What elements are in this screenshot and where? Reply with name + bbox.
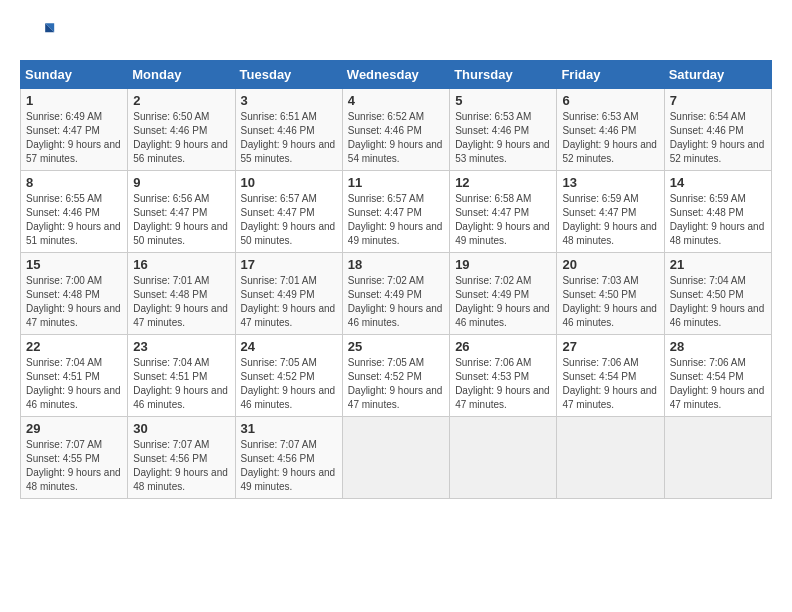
day-info: Sunrise: 6:59 AM Sunset: 4:47 PM Dayligh… bbox=[562, 193, 657, 246]
day-info: Sunrise: 6:54 AM Sunset: 4:46 PM Dayligh… bbox=[670, 111, 765, 164]
day-cell: 19 Sunrise: 7:02 AM Sunset: 4:49 PM Dayl… bbox=[450, 253, 557, 335]
header-cell-friday: Friday bbox=[557, 61, 664, 89]
day-number: 15 bbox=[26, 257, 122, 272]
day-cell: 1 Sunrise: 6:49 AM Sunset: 4:47 PM Dayli… bbox=[21, 89, 128, 171]
day-number: 21 bbox=[670, 257, 766, 272]
day-info: Sunrise: 6:59 AM Sunset: 4:48 PM Dayligh… bbox=[670, 193, 765, 246]
day-info: Sunrise: 6:52 AM Sunset: 4:46 PM Dayligh… bbox=[348, 111, 443, 164]
day-cell: 31 Sunrise: 7:07 AM Sunset: 4:56 PM Dayl… bbox=[235, 417, 342, 499]
day-number: 9 bbox=[133, 175, 229, 190]
day-number: 3 bbox=[241, 93, 337, 108]
day-cell: 13 Sunrise: 6:59 AM Sunset: 4:47 PM Dayl… bbox=[557, 171, 664, 253]
day-cell: 21 Sunrise: 7:04 AM Sunset: 4:50 PM Dayl… bbox=[664, 253, 771, 335]
day-info: Sunrise: 7:04 AM Sunset: 4:51 PM Dayligh… bbox=[26, 357, 121, 410]
calendar-body: 1 Sunrise: 6:49 AM Sunset: 4:47 PM Dayli… bbox=[21, 89, 772, 499]
day-cell: 16 Sunrise: 7:01 AM Sunset: 4:48 PM Dayl… bbox=[128, 253, 235, 335]
week-row-5: 29 Sunrise: 7:07 AM Sunset: 4:55 PM Dayl… bbox=[21, 417, 772, 499]
day-info: Sunrise: 6:57 AM Sunset: 4:47 PM Dayligh… bbox=[348, 193, 443, 246]
day-number: 11 bbox=[348, 175, 444, 190]
day-cell bbox=[342, 417, 449, 499]
day-cell: 25 Sunrise: 7:05 AM Sunset: 4:52 PM Dayl… bbox=[342, 335, 449, 417]
day-cell: 12 Sunrise: 6:58 AM Sunset: 4:47 PM Dayl… bbox=[450, 171, 557, 253]
day-cell: 30 Sunrise: 7:07 AM Sunset: 4:56 PM Dayl… bbox=[128, 417, 235, 499]
day-info: Sunrise: 6:58 AM Sunset: 4:47 PM Dayligh… bbox=[455, 193, 550, 246]
logo bbox=[20, 16, 60, 52]
calendar-page: SundayMondayTuesdayWednesdayThursdayFrid… bbox=[0, 0, 792, 612]
day-number: 18 bbox=[348, 257, 444, 272]
day-number: 12 bbox=[455, 175, 551, 190]
day-cell: 22 Sunrise: 7:04 AM Sunset: 4:51 PM Dayl… bbox=[21, 335, 128, 417]
day-number: 30 bbox=[133, 421, 229, 436]
day-number: 4 bbox=[348, 93, 444, 108]
day-cell: 9 Sunrise: 6:56 AM Sunset: 4:47 PM Dayli… bbox=[128, 171, 235, 253]
logo-icon bbox=[20, 16, 56, 52]
day-number: 8 bbox=[26, 175, 122, 190]
day-info: Sunrise: 7:04 AM Sunset: 4:50 PM Dayligh… bbox=[670, 275, 765, 328]
day-number: 2 bbox=[133, 93, 229, 108]
day-cell: 15 Sunrise: 7:00 AM Sunset: 4:48 PM Dayl… bbox=[21, 253, 128, 335]
day-number: 27 bbox=[562, 339, 658, 354]
day-number: 13 bbox=[562, 175, 658, 190]
day-cell: 29 Sunrise: 7:07 AM Sunset: 4:55 PM Dayl… bbox=[21, 417, 128, 499]
calendar-header: SundayMondayTuesdayWednesdayThursdayFrid… bbox=[21, 61, 772, 89]
day-number: 26 bbox=[455, 339, 551, 354]
day-info: Sunrise: 6:50 AM Sunset: 4:46 PM Dayligh… bbox=[133, 111, 228, 164]
calendar-table: SundayMondayTuesdayWednesdayThursdayFrid… bbox=[20, 60, 772, 499]
day-number: 1 bbox=[26, 93, 122, 108]
day-info: Sunrise: 7:07 AM Sunset: 4:56 PM Dayligh… bbox=[133, 439, 228, 492]
day-info: Sunrise: 7:05 AM Sunset: 4:52 PM Dayligh… bbox=[348, 357, 443, 410]
day-cell bbox=[664, 417, 771, 499]
header-cell-saturday: Saturday bbox=[664, 61, 771, 89]
day-cell: 18 Sunrise: 7:02 AM Sunset: 4:49 PM Dayl… bbox=[342, 253, 449, 335]
day-number: 7 bbox=[670, 93, 766, 108]
day-number: 31 bbox=[241, 421, 337, 436]
day-number: 6 bbox=[562, 93, 658, 108]
day-info: Sunrise: 6:57 AM Sunset: 4:47 PM Dayligh… bbox=[241, 193, 336, 246]
day-cell: 24 Sunrise: 7:05 AM Sunset: 4:52 PM Dayl… bbox=[235, 335, 342, 417]
day-info: Sunrise: 7:01 AM Sunset: 4:48 PM Dayligh… bbox=[133, 275, 228, 328]
day-cell: 4 Sunrise: 6:52 AM Sunset: 4:46 PM Dayli… bbox=[342, 89, 449, 171]
day-cell: 3 Sunrise: 6:51 AM Sunset: 4:46 PM Dayli… bbox=[235, 89, 342, 171]
week-row-4: 22 Sunrise: 7:04 AM Sunset: 4:51 PM Dayl… bbox=[21, 335, 772, 417]
week-row-1: 1 Sunrise: 6:49 AM Sunset: 4:47 PM Dayli… bbox=[21, 89, 772, 171]
day-number: 16 bbox=[133, 257, 229, 272]
day-info: Sunrise: 6:53 AM Sunset: 4:46 PM Dayligh… bbox=[455, 111, 550, 164]
day-info: Sunrise: 7:07 AM Sunset: 4:56 PM Dayligh… bbox=[241, 439, 336, 492]
day-number: 28 bbox=[670, 339, 766, 354]
day-info: Sunrise: 7:04 AM Sunset: 4:51 PM Dayligh… bbox=[133, 357, 228, 410]
day-number: 19 bbox=[455, 257, 551, 272]
header-cell-wednesday: Wednesday bbox=[342, 61, 449, 89]
day-cell: 14 Sunrise: 6:59 AM Sunset: 4:48 PM Dayl… bbox=[664, 171, 771, 253]
day-cell: 26 Sunrise: 7:06 AM Sunset: 4:53 PM Dayl… bbox=[450, 335, 557, 417]
day-cell: 27 Sunrise: 7:06 AM Sunset: 4:54 PM Dayl… bbox=[557, 335, 664, 417]
day-info: Sunrise: 7:06 AM Sunset: 4:54 PM Dayligh… bbox=[670, 357, 765, 410]
day-cell: 17 Sunrise: 7:01 AM Sunset: 4:49 PM Dayl… bbox=[235, 253, 342, 335]
day-info: Sunrise: 7:01 AM Sunset: 4:49 PM Dayligh… bbox=[241, 275, 336, 328]
day-cell: 11 Sunrise: 6:57 AM Sunset: 4:47 PM Dayl… bbox=[342, 171, 449, 253]
day-number: 23 bbox=[133, 339, 229, 354]
day-number: 5 bbox=[455, 93, 551, 108]
day-cell: 6 Sunrise: 6:53 AM Sunset: 4:46 PM Dayli… bbox=[557, 89, 664, 171]
day-number: 22 bbox=[26, 339, 122, 354]
day-number: 17 bbox=[241, 257, 337, 272]
day-info: Sunrise: 7:00 AM Sunset: 4:48 PM Dayligh… bbox=[26, 275, 121, 328]
day-info: Sunrise: 6:53 AM Sunset: 4:46 PM Dayligh… bbox=[562, 111, 657, 164]
day-info: Sunrise: 7:06 AM Sunset: 4:54 PM Dayligh… bbox=[562, 357, 657, 410]
day-cell: 10 Sunrise: 6:57 AM Sunset: 4:47 PM Dayl… bbox=[235, 171, 342, 253]
day-cell: 20 Sunrise: 7:03 AM Sunset: 4:50 PM Dayl… bbox=[557, 253, 664, 335]
header bbox=[20, 16, 772, 52]
day-info: Sunrise: 7:02 AM Sunset: 4:49 PM Dayligh… bbox=[348, 275, 443, 328]
week-row-3: 15 Sunrise: 7:00 AM Sunset: 4:48 PM Dayl… bbox=[21, 253, 772, 335]
day-info: Sunrise: 6:55 AM Sunset: 4:46 PM Dayligh… bbox=[26, 193, 121, 246]
header-cell-thursday: Thursday bbox=[450, 61, 557, 89]
day-info: Sunrise: 7:06 AM Sunset: 4:53 PM Dayligh… bbox=[455, 357, 550, 410]
day-info: Sunrise: 7:02 AM Sunset: 4:49 PM Dayligh… bbox=[455, 275, 550, 328]
day-cell bbox=[450, 417, 557, 499]
day-number: 29 bbox=[26, 421, 122, 436]
day-info: Sunrise: 6:51 AM Sunset: 4:46 PM Dayligh… bbox=[241, 111, 336, 164]
day-number: 20 bbox=[562, 257, 658, 272]
day-cell: 5 Sunrise: 6:53 AM Sunset: 4:46 PM Dayli… bbox=[450, 89, 557, 171]
day-cell: 23 Sunrise: 7:04 AM Sunset: 4:51 PM Dayl… bbox=[128, 335, 235, 417]
day-info: Sunrise: 6:56 AM Sunset: 4:47 PM Dayligh… bbox=[133, 193, 228, 246]
day-info: Sunrise: 7:07 AM Sunset: 4:55 PM Dayligh… bbox=[26, 439, 121, 492]
